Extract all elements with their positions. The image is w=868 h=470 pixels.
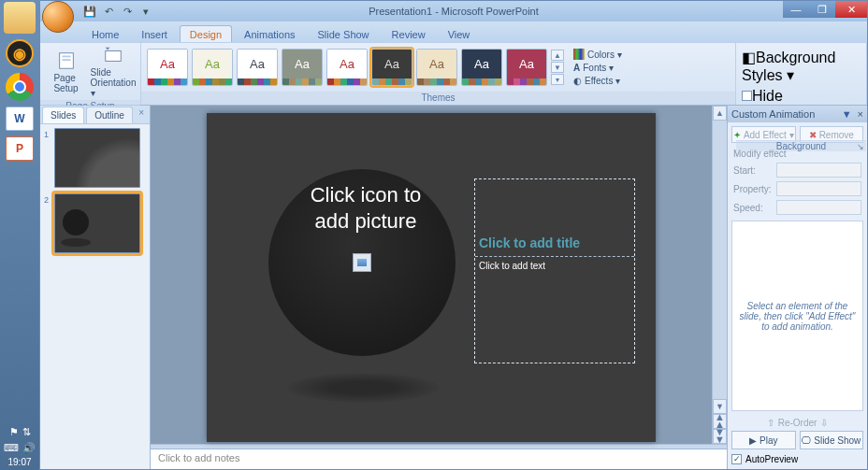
theme-colors-button[interactable]: Colors ▾ [570, 48, 626, 61]
theme-thumb[interactable]: Aa [506, 49, 547, 86]
background-launcher-icon[interactable]: ↘ [857, 142, 864, 151]
gallery-up-button[interactable]: ▲ [551, 50, 564, 61]
vertical-scrollbar[interactable]: ▲ ▼ ▲▲ ▼▼ [712, 106, 727, 444]
themes-gallery-scroll: ▲ ▼ ▾ [551, 50, 564, 85]
anim-hint: Select an element of the slide, then cli… [738, 301, 857, 332]
maximize-button[interactable]: ❐ [809, 1, 835, 18]
group-background-label: Background↘ [736, 140, 866, 151]
anim-pane-title: Custom Animation [731, 108, 815, 120]
slides-panel-close-button[interactable]: × [133, 106, 150, 123]
notes-pane[interactable]: Click to add notes [151, 449, 727, 469]
group-themes-label: Themes [141, 92, 735, 105]
thumb-row: 1 [44, 128, 146, 188]
theme-thumb[interactable]: Aa [147, 49, 188, 86]
theme-thumb-selected[interactable]: Aa [371, 49, 412, 86]
qat-undo-button[interactable]: ↶ [100, 3, 117, 20]
qat-customize-button[interactable]: ▾ [137, 3, 154, 20]
scroll-up-button[interactable]: ▲ [713, 106, 727, 121]
powerpoint-window: 💾 ↶ ↷ ▾ Presentation1 - Microsoft PowerP… [39, 0, 868, 470]
themes-gallery[interactable]: Aa Aa Aa Aa Aa Aa Aa Aa Aa ▲ ▼ ▾ [147, 49, 564, 86]
group-themes: Aa Aa Aa Aa Aa Aa Aa Aa Aa ▲ ▼ ▾ C [141, 43, 736, 105]
next-slide-button[interactable]: ▼▼ [713, 429, 727, 444]
slide-thumb-2[interactable] [54, 193, 140, 253]
reorder-up-icon: ⇧ [767, 418, 774, 428]
group-background: ◧Background Styles ▾ Hide Background Gra… [736, 43, 867, 105]
explorer-icon[interactable] [4, 2, 36, 34]
text-placeholder-prompt[interactable]: Click to add text [475, 259, 634, 273]
chrome-icon[interactable] [6, 73, 34, 101]
custom-animation-pane: Custom Animation ▼ × ✦Add Effect ▾ ✖Remo… [727, 106, 867, 469]
office-button[interactable] [42, 1, 74, 33]
slides-tab[interactable]: Slides [42, 107, 84, 123]
qat-redo-button[interactable]: ↷ [119, 3, 136, 20]
slide[interactable]: Click icon to add picture Click to add t… [207, 113, 656, 442]
theme-thumb[interactable]: Aa [282, 49, 323, 86]
slide-orientation-label: Slide Orientation ▾ [91, 67, 137, 98]
anim-pane-menu-icon[interactable]: ▼ [842, 108, 852, 120]
anim-pane-close-button[interactable]: × [858, 108, 863, 120]
tab-animations[interactable]: Animations [234, 25, 305, 42]
content-placeholder[interactable]: Click to add title Click to add text [474, 178, 635, 363]
word-icon[interactable]: W [6, 107, 34, 131]
ribbon: Page Setup Slide Orientation ▾ Page Setu… [40, 42, 867, 106]
slide-thumb-1[interactable] [54, 128, 140, 188]
background-styles-button[interactable]: ◧Background Styles ▾ [742, 49, 861, 84]
tab-slideshow[interactable]: Slide Show [308, 25, 380, 42]
theme-options: Colors ▾ AFonts ▾ ◐Effects ▾ [570, 48, 626, 87]
tray-volume-icon[interactable]: 🔊 [22, 441, 36, 454]
theme-thumb[interactable]: Aa [326, 49, 368, 86]
theme-effects-button[interactable]: ◐Effects ▾ [570, 75, 626, 87]
window-title: Presentation1 - Microsoft PowerPoint [40, 6, 867, 17]
window-controls: — ❐ ✕ [783, 1, 867, 18]
theme-thumb[interactable]: Aa [416, 49, 457, 86]
outline-tab[interactable]: Outline [86, 107, 133, 123]
slides-panel: Slides Outline × 1 2 [40, 106, 151, 469]
title-placeholder-prompt[interactable]: Click to add title [475, 179, 634, 254]
reorder-controls: ⇧ Re-Order ⇩ [731, 418, 863, 428]
anim-list: Select an element of the slide, then cli… [731, 221, 863, 411]
theme-thumb[interactable]: Aa [192, 49, 233, 86]
minimize-button[interactable]: — [783, 1, 809, 18]
gallery-more-button[interactable]: ▾ [551, 74, 564, 85]
slides-panel-tabs: Slides Outline × [40, 106, 150, 124]
checkbox-icon [731, 454, 742, 464]
anim-speed-label: Speed: [733, 203, 773, 213]
powerpoint-icon[interactable]: P [6, 136, 34, 161]
tab-insert[interactable]: Insert [131, 25, 178, 42]
tab-view[interactable]: View [438, 25, 481, 42]
tray-flag-icon[interactable]: ⚑ [9, 425, 19, 438]
sphere-shadow [287, 373, 439, 403]
anim-start-label: Start: [733, 165, 773, 176]
page-setup-label: Page Setup [53, 73, 78, 93]
slide-canvas-area[interactable]: Click icon to add picture Click to add t… [151, 106, 712, 444]
theme-thumb[interactable]: Aa [461, 49, 502, 86]
close-button[interactable]: ✕ [835, 1, 867, 18]
page-setup-button[interactable]: Page Setup [46, 50, 86, 93]
content-area: Slides Outline × 1 2 [40, 106, 867, 469]
anim-play-button[interactable]: ▶Play [731, 431, 796, 449]
slide-orientation-button[interactable]: Slide Orientation ▾ [92, 45, 135, 98]
theme-thumb[interactable]: Aa [237, 49, 278, 86]
svg-rect-2 [62, 59, 70, 61]
autopreview-checkbox[interactable]: AutoPreview [731, 452, 863, 466]
theme-fonts-button[interactable]: AFonts ▾ [570, 62, 626, 74]
tab-design[interactable]: Design [180, 25, 232, 42]
aimp-icon[interactable]: ◉ [6, 39, 34, 67]
system-tray[interactable]: ⚑ ⇅ ⌨ 🔊 19:07 [4, 425, 36, 470]
tab-home[interactable]: Home [81, 25, 129, 42]
anim-slideshow-button[interactable]: 🖵Slide Show [800, 431, 864, 449]
anim-start-select [776, 163, 861, 178]
slide-editor: Click icon to add picture Click to add t… [151, 106, 727, 469]
anim-property-select [776, 181, 861, 196]
ribbon-tabs: Home Insert Design Animations Slide Show… [40, 21, 867, 42]
tray-clock[interactable]: 19:07 [4, 456, 36, 468]
insert-picture-icon[interactable] [353, 253, 371, 272]
slide-thumbnails: 1 2 [40, 124, 150, 469]
tab-review[interactable]: Review [382, 25, 436, 42]
tray-network-icon[interactable]: ⇅ [22, 425, 31, 438]
gallery-down-button[interactable]: ▼ [551, 62, 564, 73]
tray-lang-icon[interactable]: ⌨ [4, 441, 19, 454]
play-icon: ▶ [749, 435, 757, 446]
thumb-number: 2 [44, 193, 51, 253]
qat-save-button[interactable]: 💾 [81, 3, 98, 20]
